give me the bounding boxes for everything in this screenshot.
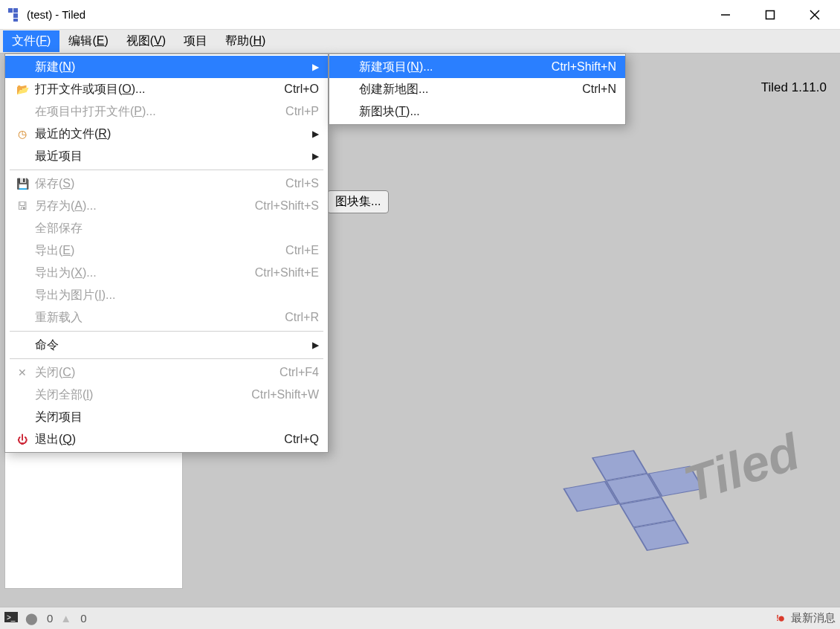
menu-item-recent-projects[interactable]: 最近项目▶ xyxy=(5,145,328,167)
menu-edit[interactable]: 编辑(E) xyxy=(59,30,117,52)
quit-icon: ⏻ xyxy=(14,433,30,445)
menu-item-export: 导出(E)Ctrl+E xyxy=(5,239,328,262)
menu-help[interactable]: 帮助(H) xyxy=(216,30,274,52)
statusbar: >_ ⬤0 ▲0 ● ! 最新消息 xyxy=(0,607,840,629)
menu-item-close-project[interactable]: 关闭项目 xyxy=(5,406,328,428)
minimize-button[interactable] xyxy=(703,0,748,30)
chevron-right-icon: ▶ xyxy=(312,62,319,72)
error-icon[interactable]: ⬤ xyxy=(25,612,38,625)
menu-item-new-tileset[interactable]: 新图块(T)... xyxy=(329,100,625,123)
version-label: Tiled 1.11.0 xyxy=(761,80,827,95)
maximize-button[interactable] xyxy=(748,0,792,30)
chevron-right-icon: ▶ xyxy=(312,340,319,350)
error-count: 0 xyxy=(47,612,53,625)
menu-item-save: 💾保存(S)Ctrl+S xyxy=(5,172,328,195)
menu-item-new-project[interactable]: 新建项目(N)...Ctrl+Shift+N xyxy=(329,56,625,78)
warning-icon[interactable]: ▲ xyxy=(60,612,71,625)
menu-project[interactable]: 项目 xyxy=(175,30,216,52)
news-label[interactable]: 最新消息 xyxy=(791,611,836,625)
tileset-button[interactable]: 图块集... xyxy=(327,190,389,213)
svg-rect-0 xyxy=(8,8,13,13)
menu-item-close-all: 关闭全部(l)Ctrl+Shift+W xyxy=(5,384,328,406)
menu-item-reload: 重新载入Ctrl+R xyxy=(5,306,328,329)
svg-rect-2 xyxy=(13,13,18,18)
file-menu: 新建(N)▶ 📂打开文件或项目(O)...Ctrl+O 在项目中打开文件(P).… xyxy=(4,54,329,453)
menu-item-new-map[interactable]: 创建新地图...Ctrl+N xyxy=(329,78,625,100)
menu-item-commands[interactable]: 命令▶ xyxy=(5,334,328,356)
tiled-logo: Tiled xyxy=(528,391,810,584)
new-submenu: 新建项目(N)...Ctrl+Shift+N 创建新地图...Ctrl+N 新图… xyxy=(329,54,626,125)
menu-item-save-all: 全部保存 xyxy=(5,217,328,239)
console-icon[interactable]: >_ xyxy=(4,612,18,625)
window-title: (test) - Tiled xyxy=(27,8,703,21)
save-icon: 💾 xyxy=(14,178,30,190)
clock-icon: ◷ xyxy=(14,128,30,140)
close-button[interactable] xyxy=(792,0,837,30)
folder-open-icon: 📂 xyxy=(14,83,30,95)
menu-item-export-image: 导出为图片(I)... xyxy=(5,284,328,306)
menu-item-save-as: 🖫另存为(A)...Ctrl+Shift+S xyxy=(5,195,328,217)
svg-text:>_: >_ xyxy=(7,613,16,622)
titlebar: (test) - Tiled xyxy=(0,0,840,30)
save-as-icon: 🖫 xyxy=(14,200,30,212)
menu-file[interactable]: 文件(F) xyxy=(3,30,59,52)
menu-item-export-as: 导出为(X)...Ctrl+Shift+E xyxy=(5,262,328,284)
menu-item-new[interactable]: 新建(N)▶ xyxy=(5,56,328,78)
svg-rect-5 xyxy=(766,10,775,19)
warning-count: 0 xyxy=(80,612,86,625)
svg-rect-3 xyxy=(13,19,18,22)
menu-item-recent-files[interactable]: ◷最近的文件(R)▶ xyxy=(5,123,328,145)
menubar: 文件(F) 编辑(E) 视图(V) 项目 帮助(H) xyxy=(0,30,840,54)
close-icon: ✕ xyxy=(14,367,30,378)
menu-item-open-in-project: 在项目中打开文件(P)...Ctrl+P xyxy=(5,100,328,123)
menu-view[interactable]: 视图(V) xyxy=(117,30,175,52)
svg-text:Tiled: Tiled xyxy=(677,422,807,512)
menu-item-close: ✕关闭(C)Ctrl+F4 xyxy=(5,361,328,384)
chevron-right-icon: ▶ xyxy=(312,129,319,139)
chevron-right-icon: ▶ xyxy=(312,151,319,161)
menu-item-open[interactable]: 📂打开文件或项目(O)...Ctrl+O xyxy=(5,78,328,100)
app-icon xyxy=(7,7,22,22)
svg-rect-1 xyxy=(13,8,18,13)
menu-item-quit[interactable]: ⏻退出(Q)Ctrl+Q xyxy=(5,428,328,451)
